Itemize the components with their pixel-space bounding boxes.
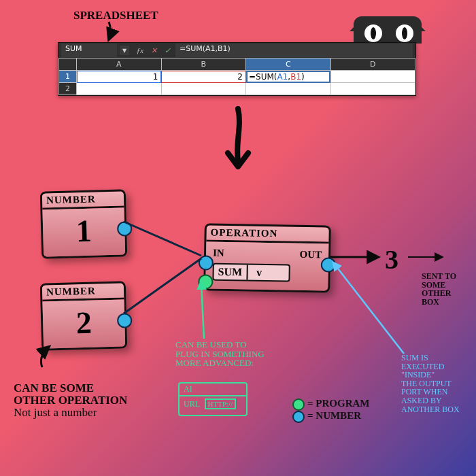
row-header[interactable]: 1 [59,71,77,83]
formula-bar-row: SUM ▼ ƒx ✕ ✓ =SUM(A1,B1) [58,43,415,58]
node-value: 2 [42,299,125,348]
cat-illustration [347,16,428,44]
cell-d2[interactable] [330,83,415,95]
col-header[interactable]: A [77,58,162,71]
col-header[interactable]: C [246,58,331,71]
cell-b1[interactable]: 2 [161,71,246,83]
legend-program-dot [292,398,305,411]
fx-icon[interactable]: ƒx [135,46,145,54]
spreadsheet-grid[interactable]: A B C D 1 1 2 =SUM(A1,B1) 2 [58,58,415,95]
cell-c1[interactable]: =SUM(A1,B1) [246,71,331,83]
node-number-1[interactable]: NUMBER 1 [40,189,128,258]
operation-select[interactable]: SUM v [212,263,290,282]
spreadsheet-label: SPREADSHEET [73,10,158,22]
in-label: IN [213,248,224,259]
cell-c2[interactable] [246,83,331,95]
cell-d1[interactable] [330,71,415,83]
accept-icon[interactable]: ✓ [163,46,172,55]
legend-number-dot [292,411,305,423]
node-title: OPERATION [206,225,328,243]
cell-a2[interactable] [77,83,162,95]
canbe-annotation: CAN BE SOME OTHER OPERATION Not just a n… [14,382,127,419]
legend: = PROGRAM = NUMBER [292,398,369,423]
ai-program-box: AI URL HTTP:// [178,382,248,416]
node-operation[interactable]: OPERATION IN OUT SUM v [203,223,331,292]
spreadsheet-widget: SUM ▼ ƒx ✕ ✓ =SUM(A1,B1) A B C D 1 1 2 =… [58,42,416,96]
ai-url-field[interactable]: HTTP:// [205,398,237,409]
col-header[interactable]: D [330,58,415,71]
node-number-2[interactable]: NUMBER 2 [40,281,128,350]
node-value: 1 [42,207,125,256]
result-value: 3 [385,243,398,275]
node-title: NUMBER [42,191,124,209]
col-header[interactable]: B [161,58,246,71]
plugin-annotation: CAN BE USED TO PLUG IN SOMETHING MORE AD… [175,340,265,368]
operation-select-value: SUM [214,265,246,280]
ai-url-label: URL [184,399,200,409]
formula-input[interactable]: =SUM(A1,B1) [175,44,413,57]
cancel-icon[interactable]: ✕ [149,46,158,55]
out-label: OUT [299,249,322,261]
sent-to-annotation: SENT TO SOME OTHER BOX [422,272,476,306]
cell-b2[interactable] [161,83,246,95]
node-title: NUMBER [42,283,124,301]
ai-box-header: AI [180,384,246,396]
sum-exec-annotation: SUM IS EXECUTED "INSIDE" THE OUTPUT PORT… [401,354,460,413]
cell-a1[interactable]: 1 [77,71,162,83]
chevron-down-icon: v [246,265,271,280]
row-header[interactable]: 2 [59,83,77,95]
name-box[interactable]: SUM [61,44,117,57]
name-box-dropdown[interactable]: ▼ [120,46,129,55]
